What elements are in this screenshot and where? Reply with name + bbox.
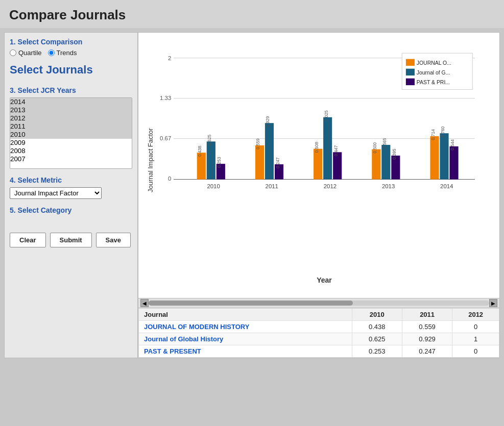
year-2013[interactable]: 2013 (10, 106, 132, 114)
trends-radio-label[interactable]: Trends (48, 49, 77, 57)
journal-link-3[interactable]: PAST & PRESENT (144, 347, 201, 355)
trends-radio[interactable] (48, 49, 55, 56)
trends-label: Trends (57, 49, 77, 57)
table-row: JOURNAL OF MODERN HISTORY 0.438 0.559 0 (139, 321, 499, 333)
bar-2014-journal3 (449, 146, 458, 180)
year-2014[interactable]: 2014 (10, 98, 132, 106)
svg-rect-34 (406, 79, 415, 85)
section1-label: 1. Select Comparison (10, 38, 132, 46)
journal-name-2: Journal of Global History (139, 333, 352, 345)
submit-button[interactable]: Submit (50, 233, 92, 247)
bar-2014-journal2 (440, 133, 448, 179)
svg-text:1.025: 1.025 (324, 110, 329, 121)
journal-link-1[interactable]: JOURNAL OF MODERN HISTORY (144, 323, 249, 331)
svg-text:0.508: 0.508 (314, 142, 319, 153)
val-2-2011: 0.929 (402, 333, 452, 345)
page-title: Compare Journals (0, 0, 504, 28)
svg-text:0.544: 0.544 (450, 139, 455, 151)
svg-text:0.447: 0.447 (333, 145, 339, 156)
val-2-2012: 1 (452, 333, 499, 345)
bar-chart-svg: 2 1.33 0.67 0 0.438 (154, 38, 494, 272)
svg-text:JOURNAL O...: JOURNAL O... (417, 60, 451, 66)
svg-text:0.760: 0.760 (440, 126, 445, 137)
bar-2011-journal2 (265, 123, 274, 179)
y-axis-label: Journal Impact Factor (143, 53, 154, 267)
comparison-radio-group: Quartile Trends (10, 49, 132, 57)
action-buttons: Clear Submit Save (10, 228, 132, 247)
bar-2014-journal1 (430, 136, 439, 180)
year-2011[interactable]: 2011 (10, 122, 132, 131)
val-1-2012: 0 (452, 321, 499, 333)
svg-text:2014: 2014 (440, 183, 453, 189)
section3-label: 3. Select JCR Years (10, 86, 132, 94)
svg-rect-32 (406, 69, 415, 76)
scrollbar-thumb[interactable] (149, 300, 353, 306)
scrollbar-area[interactable]: ◀ ▶ (138, 298, 499, 308)
table-header-row: Journal 2010 2011 2012 (139, 309, 499, 321)
svg-text:0.247: 0.247 (275, 157, 280, 168)
svg-text:PAST & PRI...: PAST & PRI... (417, 80, 450, 85)
table-row: Journal of Global History 0.625 0.929 1 (139, 333, 499, 345)
val-3-2011: 0.247 (402, 345, 452, 358)
section-journals: Select Journals (10, 64, 132, 79)
year-2009[interactable]: 2009 (10, 139, 132, 147)
x-axis-label: Year (154, 276, 494, 284)
journal-link-2[interactable]: Journal of Global History (144, 335, 223, 343)
year-2007[interactable]: 2007 (10, 155, 132, 163)
svg-text:0.395: 0.395 (392, 148, 397, 160)
section-comparison: 1. Select Comparison Quartile Trends (10, 38, 132, 57)
metric-select[interactable]: Journal Impact Factor Eigenfactor Score … (10, 187, 102, 199)
svg-rect-30 (406, 59, 415, 66)
scroll-left-arrow[interactable]: ◀ (140, 299, 149, 307)
clear-button[interactable]: Clear (10, 233, 46, 247)
year-listbox[interactable]: 2014 2013 2012 2011 2010 2009 2008 2007 (10, 97, 132, 169)
scroll-right-arrow[interactable]: ▶ (489, 299, 497, 307)
val-1-2010: 0.438 (352, 321, 402, 333)
svg-text:0.67: 0.67 (160, 135, 171, 141)
svg-text:0.565: 0.565 (382, 138, 387, 149)
col-2010: 2010 (352, 309, 402, 321)
svg-text:0.714: 0.714 (430, 129, 436, 140)
svg-text:1.33: 1.33 (160, 95, 171, 101)
col-2011: 2011 (402, 309, 452, 321)
bar-2011-journal1 (255, 145, 264, 180)
svg-text:2: 2 (168, 55, 171, 61)
chart-inner: 2 1.33 0.67 0 0.438 (154, 38, 494, 298)
section-metric: 4. Select Metric Journal Impact Factor E… (10, 176, 132, 199)
section-category: 5. Select Category (10, 206, 132, 214)
svg-text:2011: 2011 (266, 183, 278, 189)
svg-text:0: 0 (168, 176, 171, 182)
col-journal: Journal (139, 309, 352, 321)
svg-text:0.500: 0.500 (372, 142, 377, 154)
bar-2013-journal2 (381, 145, 390, 180)
val-3-2012: 0 (452, 345, 499, 358)
svg-text:2013: 2013 (382, 183, 395, 189)
val-1-2011: 0.559 (402, 321, 452, 333)
svg-text:0.253: 0.253 (217, 157, 222, 168)
scrollbar-track[interactable] (149, 300, 489, 306)
section4-label: 4. Select Metric (10, 176, 132, 184)
bar-2012-journal1 (314, 149, 322, 180)
svg-text:0.438: 0.438 (197, 145, 202, 157)
bar-2010-journal2 (207, 141, 215, 179)
year-2008[interactable]: 2008 (10, 147, 132, 155)
year-2012[interactable]: 2012 (10, 114, 132, 122)
data-table-container: Journal 2010 2011 2012 JOURNAL OF MODERN… (138, 308, 499, 358)
chart-area: Journal Impact Factor 2 1.33 0.67 (138, 33, 499, 298)
save-button[interactable]: Save (96, 233, 131, 247)
quartile-radio[interactable] (10, 49, 16, 56)
journal-name-3: PAST & PRESENT (139, 345, 352, 358)
quartile-radio-label[interactable]: Quartile (10, 49, 42, 57)
content-area: Journal Impact Factor 2 1.33 0.67 (138, 32, 500, 358)
svg-text:0.559: 0.559 (255, 138, 260, 149)
svg-text:Journal of G...: Journal of G... (417, 70, 450, 76)
table-row: PAST & PRESENT 0.253 0.247 0 (139, 345, 499, 358)
section5-label: 5. Select Category (10, 206, 132, 214)
bar-2012-journal2 (323, 117, 332, 180)
val-3-2010: 0.253 (352, 345, 402, 358)
val-2-2010: 0.625 (352, 333, 402, 345)
quartile-label: Quartile (18, 49, 42, 57)
journal-name-1: JOURNAL OF MODERN HISTORY (139, 321, 352, 333)
col-2012: 2012 (452, 309, 499, 321)
year-2010[interactable]: 2010 (10, 131, 132, 139)
